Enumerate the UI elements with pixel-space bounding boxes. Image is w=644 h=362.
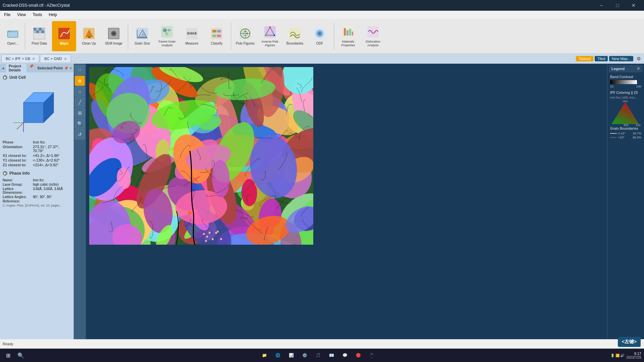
panel-selected-close[interactable]: ✕ xyxy=(69,66,72,70)
search-button[interactable]: 🔍 xyxy=(15,350,26,361)
open-button[interactable]: Open... xyxy=(3,21,23,51)
x1-value: <41-2>, Δ=1.96° xyxy=(33,154,71,158)
phase-info-header: ▶ Phase Info xyxy=(3,171,71,176)
taskbar: ⊞ 🔍 📁 🌐 📊 ⚙️ 🎵 📧 💬 🔴 📱 🔋 📶 🔊 9:17 2023/7… xyxy=(0,349,644,362)
panel-selected-pin[interactable]: 📌 xyxy=(64,66,68,70)
tab-bc-gnd-label: BC + GND xyxy=(44,57,62,61)
svg-rect-3 xyxy=(34,28,36,31)
keyboard-hint: <左键> xyxy=(618,337,641,347)
phase-row: Phase Iron fcc xyxy=(3,140,71,144)
unit-cell-header: ▶ Unit Cell xyxy=(3,75,71,80)
select-tool[interactable]: ⊕ xyxy=(75,76,85,86)
settings-button[interactable]: ⚙ xyxy=(635,55,643,63)
taskbar-app3[interactable]: 🎵 xyxy=(312,349,324,361)
cleanup-icon xyxy=(82,27,96,40)
ruler-tool[interactable]: ⊞ xyxy=(75,108,85,118)
dislocation-button[interactable]: Dislocation Analysis xyxy=(361,21,385,51)
tab-bc-gnd-close[interactable]: ✕ xyxy=(64,57,67,61)
grain-size-icon xyxy=(136,27,149,40)
rotate-tool[interactable]: ↺ xyxy=(75,129,85,139)
svg-point-65 xyxy=(371,31,372,33)
zoom-tool[interactable]: 🔍 xyxy=(75,119,85,129)
x1-row: X1 closest to: <41-2>, Δ=1.96° xyxy=(3,154,71,158)
svg-point-12 xyxy=(61,34,63,36)
svg-rect-38 xyxy=(212,30,216,33)
titlebar-controls: − □ ✕ xyxy=(594,0,641,11)
panel-nav-left[interactable]: ◄ xyxy=(1,66,5,70)
band-contrast-section: Band Contrast 32 230 xyxy=(609,75,643,88)
menu-tools[interactable]: Tools xyxy=(30,12,45,18)
materials-button[interactable]: Materials Properties xyxy=(336,21,360,51)
unit-cell-dot: ▶ xyxy=(3,75,7,80)
z1-value: <214>, Δ=3.92° xyxy=(33,163,71,167)
tab-controls: Tabbed Tiled New Map... ⚙ xyxy=(576,55,643,63)
taskbar-app4[interactable]: 📧 xyxy=(326,349,338,361)
hand-tool[interactable]: ☞ xyxy=(75,65,85,75)
pixel-data-button[interactable]: Pixel Data xyxy=(27,21,51,51)
menu-file[interactable]: File xyxy=(1,12,13,18)
tab-bc-ipf-gb-close[interactable]: ✕ xyxy=(32,57,35,61)
menu-help[interactable]: Help xyxy=(46,12,60,18)
taskbar-app1[interactable]: 📊 xyxy=(285,349,298,361)
lattice-angles-value: 90°, 90°, 90° xyxy=(33,195,71,199)
boundaries-button[interactable]: Boundaries xyxy=(283,21,307,51)
sem-label: SEM Image xyxy=(105,42,122,46)
taskbar-explorer[interactable]: 📁 xyxy=(259,349,271,361)
circle-tool[interactable]: ○ xyxy=(75,86,85,97)
legend-title: Legend xyxy=(611,67,625,71)
odf-label: ODF xyxy=(316,42,323,46)
titlebar-title: Cracked-DSS-small.ctf - AZtecCrystal xyxy=(3,3,70,8)
reference-row: Reference: xyxy=(3,199,71,203)
taskbar-app6[interactable]: 🔴 xyxy=(353,349,365,361)
taskbar-app2[interactable]: ⚙️ xyxy=(299,349,311,361)
taskbar-browser[interactable]: 🌐 xyxy=(272,349,284,361)
close-button[interactable]: ✕ xyxy=(626,0,641,11)
new-map-button[interactable]: New Map... xyxy=(609,56,633,61)
classify-button[interactable]: Classify xyxy=(205,21,229,51)
inverse-pole-button[interactable]: Inverse Pole Figures xyxy=(258,21,282,51)
ipf-triangle-svg: 101 111 001 xyxy=(610,101,640,127)
tab-bc-ipf-gb[interactable]: BC + IPF + GB ✕ xyxy=(1,54,39,63)
parent-grain-button[interactable]: Parent Grain Analysis xyxy=(155,21,179,51)
panel-tab-pin[interactable]: 📌 xyxy=(27,64,36,73)
panel-tab-project[interactable]: Project Details xyxy=(6,64,26,73)
pole-figures-button[interactable]: Pole Figures xyxy=(233,21,257,51)
menu-view[interactable]: View xyxy=(14,12,29,18)
main-area: BC + IPF + GB ✕ BC + GND ✕ Tabbed Tiled … xyxy=(0,54,644,362)
unit-cell-title: Unit Cell xyxy=(9,75,26,80)
odf-button[interactable]: ODF xyxy=(308,21,332,51)
grain-size-button[interactable]: Grain Size xyxy=(130,21,154,51)
svg-rect-62 xyxy=(349,29,351,36)
maximize-button[interactable]: □ xyxy=(610,0,625,11)
legend-close-button[interactable]: ✕ xyxy=(637,66,640,71)
minimize-button[interactable]: − xyxy=(594,0,609,11)
laue-row: Laue Group: high cubic (m3m) xyxy=(3,183,71,186)
svg-line-70 xyxy=(17,123,23,129)
sem-button[interactable]: SEM Image xyxy=(102,21,126,51)
classify-label: Classify xyxy=(211,42,222,46)
dislocation-icon xyxy=(366,25,380,39)
svg-point-58 xyxy=(318,32,321,35)
lattice-dim-row: Lattice Dimensions: 3.66Å, 3.66Å, 3.66Å xyxy=(3,187,71,194)
taskbar-app5[interactable]: 💬 xyxy=(339,349,351,361)
boundaries-icon xyxy=(288,27,302,40)
svg-rect-4 xyxy=(36,28,39,31)
tabbed-view-button[interactable]: Tabbed xyxy=(576,56,593,61)
cleanup-button[interactable]: Clean Up xyxy=(77,21,101,51)
phase-name-row: Name: Iron fcc xyxy=(3,178,71,182)
maps-button[interactable]: Maps xyxy=(52,21,76,51)
materials-icon xyxy=(341,25,355,39)
line-tool[interactable]: ╱ xyxy=(75,97,85,107)
lattice-dim-value: 3.66Å, 3.66Å, 3.66Å xyxy=(33,187,71,194)
tiled-view-button[interactable]: Tiled xyxy=(595,56,608,61)
taskbar-app7[interactable]: 📱 xyxy=(366,349,378,361)
panel-tab-selected[interactable]: Selected Point xyxy=(37,66,63,70)
start-button[interactable]: ⊞ xyxy=(3,350,13,361)
ebsd-map[interactable] xyxy=(89,67,313,245)
map-area[interactable]: X Y 100μm X=-630.83, Y= xyxy=(86,64,607,362)
band-contrast-labels: 32 230 xyxy=(610,85,641,88)
boundaries-label: Boundaries xyxy=(286,42,304,46)
tab-bc-gnd[interactable]: BC + GND ✕ xyxy=(40,54,71,63)
pixel-data-icon xyxy=(33,27,46,40)
measure-button[interactable]: Measure xyxy=(180,21,204,51)
